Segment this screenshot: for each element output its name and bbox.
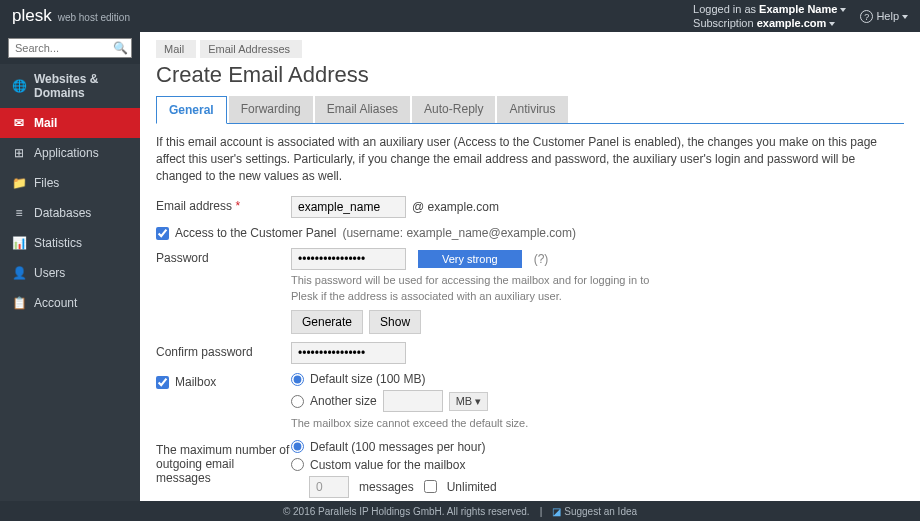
search-box: 🔍 [8,38,132,58]
caret-icon [902,15,908,19]
footer-copyright: © 2016 Parallels IP Holdings GmbH. All r… [283,506,530,517]
breadcrumb-item[interactable]: Email Addresses [200,40,302,58]
folder-icon: 📁 [12,176,26,190]
outgoing-unlimited-checkbox[interactable] [424,480,437,493]
email-localpart-input[interactable] [291,196,406,218]
access-panel-username-note: (username: example_name@example.com) [342,226,576,240]
account-icon: 📋 [12,296,26,310]
outgoing-custom-label: Custom value for the mailbox [310,458,465,472]
login-info[interactable]: Logged in as Example Name Subscription e… [693,2,846,30]
sidebar-item-mail[interactable]: ✉Mail [0,108,140,138]
footer: © 2016 Parallels IP Holdings GmbH. All r… [0,501,920,521]
search-icon[interactable]: 🔍 [113,41,128,55]
sidebar-item-statistics[interactable]: 📊Statistics [0,228,140,258]
mailbox-size-default-label: Default size (100 MB) [310,372,425,386]
outgoing-unlimited-label: Unlimited [447,480,497,494]
show-password-button[interactable]: Show [369,310,421,334]
breadcrumb-item[interactable]: Mail [156,40,196,58]
password-hint: This password will be used for accessing… [291,273,671,304]
breadcrumb: Mail Email Addresses [156,40,904,58]
outgoing-messages-label: messages [359,480,414,494]
brand-logo: plesk web host edition [12,6,130,26]
user-icon: 👤 [12,266,26,280]
sidebar-item-account[interactable]: 📋Account [0,288,140,318]
sidebar-item-label: Files [34,176,59,190]
sidebar-item-label: Account [34,296,77,310]
password-strength-badge: Very strong [418,250,522,268]
mailbox-size-default-radio[interactable] [291,373,304,386]
sidebar-item-label: Applications [34,146,99,160]
password-input[interactable] [291,248,406,270]
outgoing-default-label: Default (100 messages per hour) [310,440,485,454]
tab-general[interactable]: General [156,96,227,124]
help-tooltip-icon[interactable]: (?) [534,252,549,266]
suggest-idea-link[interactable]: ◪Suggest an Idea [552,506,637,517]
sidebar-item-label: Websites & Domains [34,72,128,100]
outgoing-custom-value-input[interactable] [309,476,349,498]
mailbox-label: Mailbox [175,375,216,389]
confirm-password-label: Confirm password [156,342,291,359]
sidebar-item-label: Users [34,266,65,280]
mailbox-size-another-label: Another size [310,394,377,408]
sidebar-item-websites[interactable]: 🌐Websites & Domains [0,64,140,108]
caret-icon [829,22,835,26]
mailbox-checkbox[interactable] [156,376,169,389]
access-panel-label: Access to the Customer Panel [175,226,336,240]
top-bar: plesk web host edition Logged in as Exam… [0,0,920,32]
tab-bar: General Forwarding Email Aliases Auto-Re… [156,96,904,124]
brand-edition: web host edition [58,12,130,23]
mailbox-size-another-radio[interactable] [291,395,304,408]
sidebar-item-applications[interactable]: ⊞Applications [0,138,140,168]
sidebar-item-label: Statistics [34,236,82,250]
confirm-password-input[interactable] [291,342,406,364]
email-label: Email address * [156,196,291,213]
password-label: Password [156,248,291,265]
sidebar: 🔍 🌐Websites & Domains ✉Mail ⊞Application… [0,32,140,501]
idea-icon: ◪ [552,506,561,517]
email-domain-text: @ example.com [412,200,499,214]
sidebar-item-label: Databases [34,206,91,220]
tab-forwarding[interactable]: Forwarding [229,96,313,123]
subscription-label: Subscription [693,17,754,29]
mailbox-size-input[interactable] [383,390,443,412]
tab-email-aliases[interactable]: Email Aliases [315,96,410,123]
sidebar-item-label: Mail [34,116,57,130]
stats-icon: 📊 [12,236,26,250]
main-content: Mail Email Addresses Create Email Addres… [140,32,920,501]
suggest-idea-label: Suggest an Idea [564,506,637,517]
logged-in-label: Logged in as [693,3,756,15]
tab-auto-reply[interactable]: Auto-Reply [412,96,495,123]
brand-name: plesk [12,6,52,26]
logged-user-name: Example Name [759,3,837,15]
apps-icon: ⊞ [12,146,26,160]
page-title: Create Email Address [156,62,904,88]
outgoing-default-radio[interactable] [291,440,304,453]
sidebar-item-users[interactable]: 👤Users [0,258,140,288]
globe-icon: 🌐 [12,79,26,93]
outgoing-limit-label: The maximum number of outgoing email mes… [156,440,291,485]
help-label: Help [876,10,899,22]
tab-antivirus[interactable]: Antivirus [497,96,567,123]
mailbox-size-unit-select[interactable]: MB ▾ [449,392,489,411]
mail-icon: ✉ [12,116,26,130]
sidebar-item-databases[interactable]: ≡Databases [0,198,140,228]
subscription-value: example.com [757,17,827,29]
help-link[interactable]: ?Help [860,10,908,23]
caret-icon [840,8,846,12]
access-panel-checkbox[interactable] [156,227,169,240]
intro-text: If this email account is associated with… [156,134,904,184]
database-icon: ≡ [12,206,26,220]
help-icon: ? [860,10,873,23]
outgoing-custom-radio[interactable] [291,458,304,471]
sidebar-item-files[interactable]: 📁Files [0,168,140,198]
generate-password-button[interactable]: Generate [291,310,363,334]
mailbox-size-hint: The mailbox size cannot exceed the defau… [291,416,904,431]
